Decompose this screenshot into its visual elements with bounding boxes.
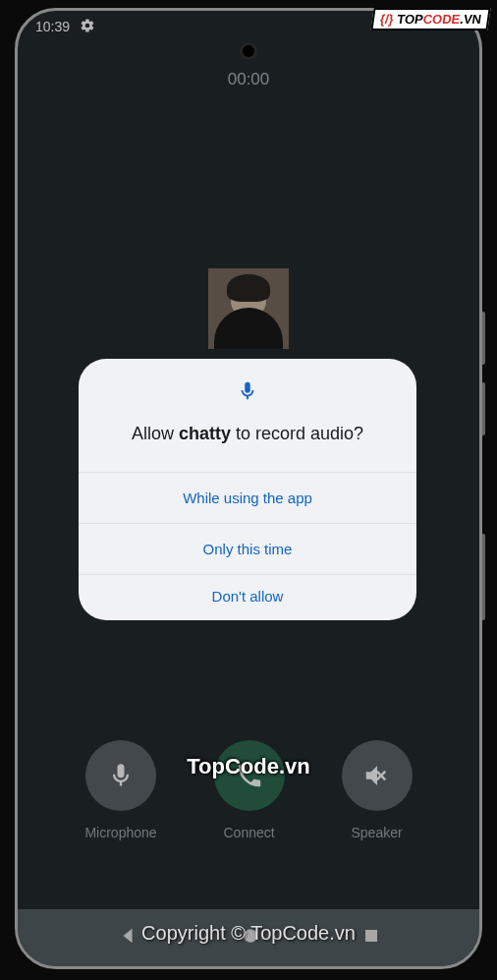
while-using-app-button[interactable]: While using the app [79, 472, 416, 523]
watermark-icon: {/} [379, 12, 395, 27]
watermark-top: TOP [396, 12, 424, 27]
dialog-header: Allow chatty to record audio? [79, 359, 416, 472]
phone-frame: 10:39 00:00 Lường Tuấn Anh Microphone [15, 8, 482, 969]
watermark-vn: .VN [459, 12, 482, 27]
permission-dialog: Allow chatty to record audio? While usin… [79, 359, 416, 620]
watermark-center: TopCode.vn [187, 754, 309, 779]
dialog-app-name: chatty [179, 424, 231, 443]
phone-screen: 10:39 00:00 Lường Tuấn Anh Microphone [18, 11, 479, 966]
watermark-bottom: Copyright © TopCode.vn [141, 922, 356, 945]
dialog-title: Allow chatty to record audio? [98, 424, 397, 444]
microphone-permission-icon [98, 380, 397, 406]
dialog-title-pre: Allow [132, 424, 179, 443]
dont-allow-button[interactable]: Don't allow [79, 574, 416, 620]
only-this-time-button[interactable]: Only this time [79, 523, 416, 574]
dialog-title-post: to record audio? [231, 424, 363, 443]
watermark-code: CODE [422, 12, 462, 27]
watermark-logo: {/} TOPCODE.VN [370, 8, 490, 30]
